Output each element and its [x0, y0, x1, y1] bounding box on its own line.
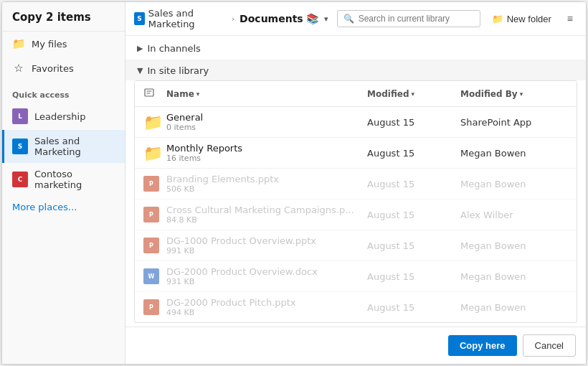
table-row: P Branding Elements.pptx 506 KB August 1… [135, 169, 577, 200]
table-row: P Cross Cultural Marketing Campaigns.p..… [135, 200, 577, 230]
file-type-icon: 📁 [143, 144, 166, 162]
more-places-link[interactable]: More places... [2, 196, 125, 218]
sidebar-item-contoso[interactable]: C Contoso marketing [2, 163, 125, 196]
cancel-button[interactable]: Cancel [523, 334, 576, 357]
content-area: ▶ In channels ▼ In site library Name ▾ [125, 36, 586, 327]
top-bar: S Sales and Marketing › Documents 📚 ▾ 🔍 … [125, 2, 586, 36]
bottom-bar: Copy here Cancel [125, 327, 586, 364]
file-type-icon: W [143, 268, 166, 284]
file-type-icon: P [143, 238, 166, 253]
channels-toggle-icon: ▶ [137, 44, 143, 53]
file-type-icon: P [143, 207, 166, 222]
table-row: P DG-2000 Product Pitch.pptx 494 KB Augu… [135, 292, 577, 322]
in-site-library-section[interactable]: ▼ In site library [125, 60, 586, 80]
search-box[interactable]: 🔍 [337, 10, 480, 27]
modified-by-sort-icon: ▾ [520, 90, 523, 98]
nav-favorites[interactable]: ☆ Favorites [2, 56, 125, 80]
table-row: P DG-1000 Product Overview.pptx 991 KB A… [135, 230, 577, 261]
nav-my-files[interactable]: 📁 My files [2, 32, 125, 56]
file-list-container: Name ▾ Modified ▾ Modified By ▾ 📁 [134, 80, 577, 323]
contoso-icon: C [12, 172, 28, 187]
breadcrumb: S Sales and Marketing › Documents 📚 ▾ [134, 8, 331, 29]
file-list-header: Name ▾ Modified ▾ Modified By ▾ [135, 81, 577, 107]
table-row: W DG-2000 Product Overview.docx 931 KB A… [135, 261, 577, 292]
right-panel: S Sales and Marketing › Documents 📚 ▾ 🔍 … [125, 2, 586, 364]
menu-button[interactable]: ≡ [563, 10, 577, 27]
search-icon: 🔍 [343, 14, 354, 24]
breadcrumb-current: Documents 📚 ▾ [240, 13, 331, 25]
copy-dialog: Copy 2 items 📁 My files ☆ Favorites Quic… [1, 1, 587, 365]
quick-access-label: Quick access [2, 80, 125, 103]
col-name-header[interactable]: Name ▾ [166, 89, 367, 99]
name-sort-icon: ▾ [196, 90, 200, 98]
sitelib-toggle-icon: ▼ [137, 66, 143, 75]
left-panel: Copy 2 items 📁 My files ☆ Favorites Quic… [2, 2, 125, 364]
copy-here-button[interactable]: Copy here [448, 335, 517, 356]
sidebar-item-leadership[interactable]: L Leadership [2, 103, 125, 130]
folder-icon: 📁 [12, 37, 25, 50]
header-icon-col [143, 87, 166, 100]
file-type-icon: P [143, 176, 166, 192]
breadcrumb-chevron: › [232, 14, 234, 24]
new-folder-icon: 📁 [492, 14, 503, 24]
star-icon: ☆ [12, 62, 25, 75]
breadcrumb-dropdown-btn[interactable]: ▾ [321, 13, 331, 25]
table-row[interactable]: 📁 Monthly Reports 16 items August 15 Meg… [135, 138, 577, 169]
modified-sort-icon: ▾ [412, 90, 415, 98]
sidebar-item-sales-marketing[interactable]: S Sales and Marketing [2, 130, 125, 163]
new-folder-button[interactable]: 📁 New folder [486, 11, 557, 27]
sales-marketing-icon: S [12, 139, 28, 154]
leadership-icon: L [12, 108, 28, 124]
file-type-icon: 📁 [143, 113, 166, 131]
svg-rect-0 [145, 89, 153, 96]
site-icon: S [134, 12, 145, 25]
col-modified-by-header[interactable]: Modified By ▾ [460, 89, 568, 99]
breadcrumb-site: S Sales and Marketing [134, 8, 227, 29]
library-icon: 📚 [306, 13, 318, 24]
file-type-icon: P [143, 299, 166, 315]
search-input[interactable] [359, 14, 474, 24]
dialog-title: Copy 2 items [2, 2, 125, 32]
table-row[interactable]: 📁 General 0 items August 15 SharePoint A… [135, 107, 577, 138]
in-channels-section[interactable]: ▶ In channels [125, 36, 586, 60]
col-modified-header[interactable]: Modified ▾ [367, 89, 460, 99]
